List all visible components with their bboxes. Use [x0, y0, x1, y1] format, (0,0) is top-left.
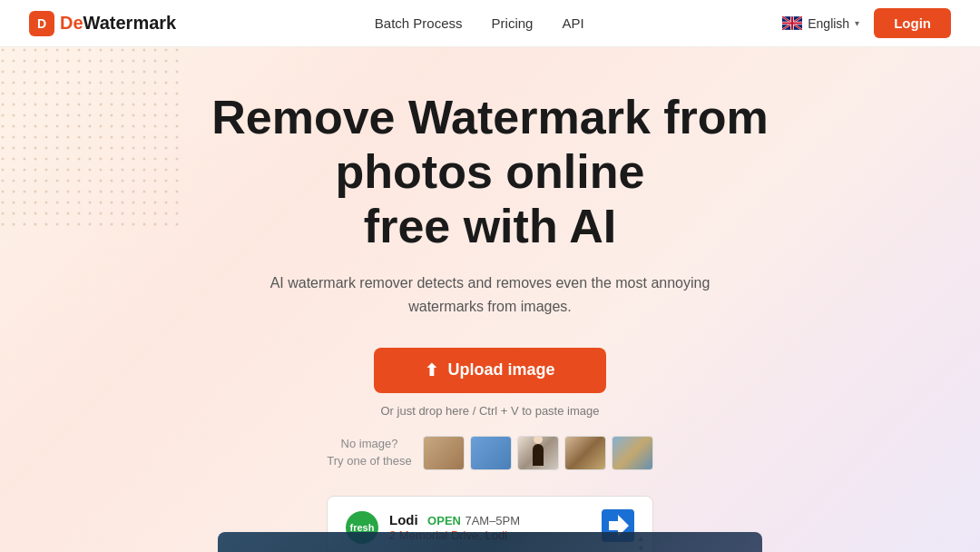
nav-api[interactable]: API [562, 15, 583, 31]
sample-thumbnails [423, 436, 653, 470]
hero-title: Remove Watermark from photos online free… [136, 91, 844, 253]
upload-btn-label: Upload image [447, 360, 554, 380]
sample-thumb-4[interactable] [564, 436, 606, 470]
hero-title-line2: free with AI [364, 200, 616, 252]
svg-rect-2 [0, 47, 181, 229]
ad-hours: 7AM–5PM [465, 514, 520, 527]
nav-right: English ▾ Login [782, 8, 951, 38]
uk-flag-icon [782, 16, 802, 30]
logo-text: DeWatermark [60, 13, 176, 34]
upload-image-button[interactable]: ⬆ Upload image [374, 348, 606, 393]
hero-section: Remove Watermark from photos online free… [0, 47, 980, 552]
lang-label: English [808, 16, 849, 31]
login-button[interactable]: Login [874, 8, 951, 38]
nav-pricing[interactable]: Pricing [492, 15, 534, 31]
hero-title-line1: Remove Watermark from photos online [211, 91, 769, 198]
ad-open-status: OPEN [427, 514, 461, 527]
language-selector[interactable]: English ▾ [782, 16, 859, 31]
navbar: D DeWatermark Batch Process Pricing API … [0, 0, 980, 47]
logo[interactable]: D DeWatermark [29, 11, 176, 36]
drop-hint: Or just drop here / Ctrl + V to paste im… [381, 404, 600, 418]
dot-pattern-decoration [0, 47, 181, 229]
hero-subtitle: AI watermark remover detects and removes… [236, 271, 744, 318]
nav-batch-process[interactable]: Batch Process [375, 15, 463, 31]
ad-business-name: Lodi [389, 512, 418, 527]
sample-thumb-5[interactable] [612, 436, 653, 470]
bottom-teaser-bar [218, 532, 762, 552]
nav-links: Batch Process Pricing API [375, 15, 584, 31]
sample-thumb-3[interactable] [517, 436, 559, 470]
chevron-down-icon: ▾ [855, 18, 859, 28]
sample-images-label: No image? Try one of these [327, 436, 411, 468]
upload-icon: ⬆ [425, 360, 438, 380]
sample-thumb-2[interactable] [470, 436, 512, 470]
sample-thumb-1[interactable] [423, 436, 465, 470]
sample-images-row: No image? Try one of these [327, 436, 652, 470]
logo-icon: D [29, 11, 54, 36]
